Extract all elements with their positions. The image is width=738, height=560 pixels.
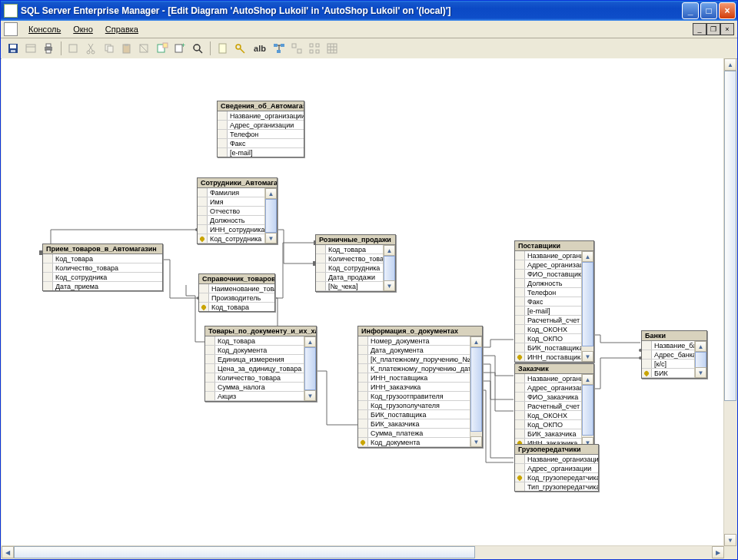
table-scrollbar[interactable]: ▲▼ [383,245,395,291]
table-row[interactable]: [К_платежному_поручению_№] [358,355,482,364]
table-row[interactable]: Адрес_организации [218,121,304,130]
new-table-button[interactable] [66,41,81,56]
scroll-thumb[interactable] [582,262,593,346]
scroll-up-button[interactable]: ▲ [582,374,593,385]
annotation-button[interactable] [215,41,231,56]
table-row[interactable]: Код_товара [205,336,316,346]
table-row[interactable]: Код_документа [358,438,482,447]
page-breaks-button[interactable] [324,41,340,56]
table-header[interactable]: Прием_товаров_в_Автомагазин [43,244,162,254]
scroll-left-button[interactable]: ◀ [2,546,14,558]
table-Банки[interactable]: БанкиНазвание_банкаАдрес_банка[к/с]БИК▲▼ [641,330,707,379]
table-row[interactable]: Название_организации [515,455,598,464]
table-row[interactable]: Производитель [199,293,274,303]
scroll-down-button[interactable]: ▼ [265,233,277,244]
scroll-down-button[interactable]: ▼ [304,390,316,401]
scroll-thumb[interactable] [304,347,316,390]
scroll-up-button[interactable]: ▲ [582,251,593,262]
table-row[interactable]: Код_грузоотправителя [358,392,482,401]
table-header[interactable]: Сведения_об_Автомагаз [218,101,304,111]
table-row[interactable]: Код_грузополучателя [358,401,482,410]
table-header[interactable]: Сотрудники_Автомагазина [198,178,277,188]
table-row[interactable]: БИК_поставщика [358,410,482,419]
horizontal-scrollbar[interactable]: ◀ ▶ [2,545,724,558]
table-row[interactable]: Код_товара [43,254,162,263]
maximize-button[interactable]: □ [700,2,717,19]
key-button[interactable] [233,41,248,56]
table-Заказчик[interactable]: ЗаказчикНазвание_организацииАдрес_органи… [514,363,594,449]
table-row[interactable]: Сумма_налога [205,383,316,392]
title-bar[interactable]: SQL Server Enterprise Manager - [Edit Di… [1,1,737,21]
table-row[interactable]: Сумма_платежа [358,429,482,438]
table-row[interactable]: ИНН_поставщика [358,373,482,383]
close-button[interactable]: × [719,2,736,19]
table-header[interactable]: Заказчик [515,364,593,374]
table-header[interactable]: Справочник_товаров [199,274,274,284]
scroll-down-button[interactable]: ▼ [582,351,593,362]
table-header[interactable]: Грузопередатчики [515,445,598,455]
table-row[interactable]: [e-mail] [218,148,304,157]
scroll-down-button[interactable]: ▼ [384,280,395,291]
scroll-up-button[interactable]: ▲ [695,341,706,352]
table-scrollbar[interactable]: ▲▼ [581,374,593,448]
cut-button[interactable] [84,41,99,56]
table-scrollbar[interactable]: ▲▼ [694,341,706,378]
table-row[interactable]: К_платежному_поручению_дата [358,364,482,373]
table-header[interactable]: Поставщики [515,241,593,251]
mdi-minimize-button[interactable]: _ [693,23,706,35]
table-row[interactable]: Акциз [205,392,316,401]
table-row[interactable]: Тип_грузопередатчика [515,482,598,491]
table-scrollbar[interactable]: ▲▼ [470,336,482,447]
table-header[interactable]: Банки [642,331,706,341]
scroll-down-button[interactable]: ▼ [695,367,706,378]
add-table-button[interactable] [155,41,170,56]
minimize-button[interactable]: _ [682,2,699,19]
paste-button[interactable] [119,41,135,56]
table-Прием_товаров_в_Автомагазин[interactable]: Прием_товаров_в_АвтомагазинКод_товараКол… [42,244,163,291]
table-Грузопередатчики[interactable]: ГрузопередатчикиНазвание_организацииАдре… [514,444,599,492]
copy-button[interactable] [101,41,117,56]
table-row[interactable]: Код_товара [199,303,274,311]
arrange-selection-button[interactable] [289,41,304,56]
table-row[interactable]: Номер_документа [358,336,482,346]
scroll-up-button[interactable]: ▲ [384,245,395,256]
add-related-button[interactable]: + [172,41,188,56]
menu-window[interactable]: Окно [67,23,99,35]
table-row[interactable]: Адрес_организации [515,464,598,473]
table-row[interactable]: Единица_измерения [205,355,316,364]
mdi-restore-button[interactable]: ❐ [706,23,720,35]
table-row[interactable]: Количество_товара [43,263,162,273]
text-label-button[interactable]: alb [251,41,269,56]
table-Сотрудники_Автомагазина[interactable]: Сотрудники_АвтомагазинаФамилияИмяОтчеств… [197,177,278,244]
print-button[interactable] [41,41,56,56]
scroll-thumb[interactable] [470,347,482,432]
scroll-right-button[interactable]: ▶ [712,546,724,558]
table-row[interactable]: Код_документа [205,346,316,355]
table-row[interactable]: Количество_товара [205,373,316,383]
scroll-thumb[interactable] [265,199,277,233]
scroll-up-button[interactable]: ▲ [470,336,482,347]
table-header[interactable]: Розничные_продажи [316,235,395,245]
arrange-tables-button[interactable] [307,41,322,56]
table-scrollbar[interactable]: ▲▼ [581,251,593,362]
menu-console[interactable]: Консоль [22,23,67,35]
mdi-icon[interactable] [4,22,18,36]
delete-button[interactable] [137,41,152,56]
table-scrollbar[interactable]: ▲▼ [304,336,316,401]
table-scrollbar[interactable]: ▲▼ [264,188,277,244]
table-Сведения_об_Автомагаз[interactable]: Сведения_об_АвтомагазНазвание_организаци… [217,101,304,157]
scroll-up-button[interactable]: ▲ [724,58,736,71]
horizontal-scroll-thumb[interactable] [14,546,475,558]
properties-button[interactable] [23,41,38,56]
table-row[interactable]: Дата_приема [43,282,162,290]
table-row[interactable]: Цена_за_единицу_товара [205,364,316,373]
table-Информация_о_документах[interactable]: Информация_о_документахНомер_документаДа… [357,326,483,448]
table-Поставщики[interactable]: ПоставщикиНазвание_организацииАдрес_орга… [514,240,594,363]
table-row[interactable]: Факс [218,139,304,148]
save-button[interactable] [5,41,21,56]
mdi-close-button[interactable]: × [720,23,734,35]
table-Товары_по_документу_и_их_хар[interactable]: Товары_по_документу_и_их_харКод_товараКо… [204,326,317,402]
show-relationships-button[interactable] [271,41,287,56]
scroll-up-button[interactable]: ▲ [265,188,277,199]
table-header[interactable]: Товары_по_документу_и_их_хар [205,326,316,336]
